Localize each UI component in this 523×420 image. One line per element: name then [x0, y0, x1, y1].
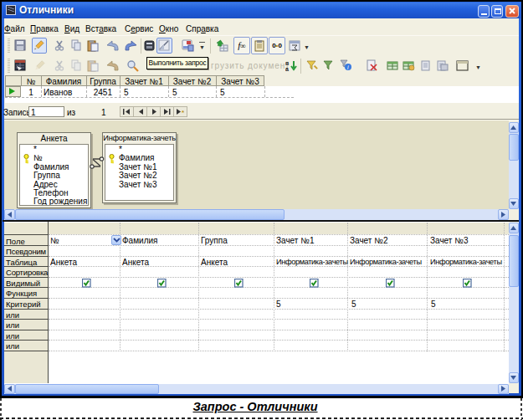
svg-text:а: а	[285, 66, 289, 72]
svg-text:я: я	[285, 60, 289, 66]
svg-text:*: *	[182, 109, 185, 115]
